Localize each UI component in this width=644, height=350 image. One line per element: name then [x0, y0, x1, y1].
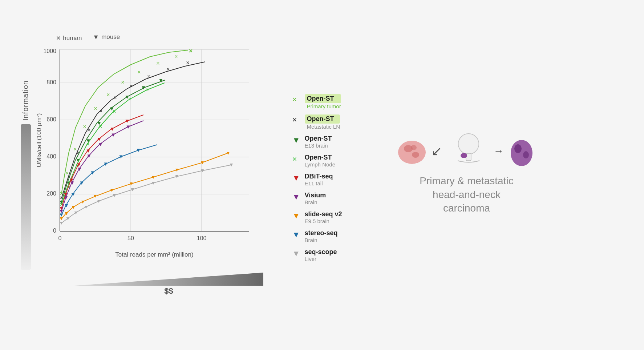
svg-text:×: × [106, 92, 110, 98]
info-bar: Information [21, 70, 31, 281]
svg-point-118 [523, 151, 529, 158]
svg-point-116 [511, 140, 532, 166]
svg-text:×: × [87, 127, 90, 133]
legend-openst-metastatic: × Open-ST Metastatic LN [292, 114, 387, 130]
svg-text:200: 200 [46, 190, 56, 197]
svg-text:▼: ▼ [71, 204, 76, 210]
legend-openst-lymph: × Open-ST Lymph Node [292, 154, 387, 168]
svg-text:×: × [94, 105, 97, 112]
openst-metastatic-name: Open-ST [305, 114, 340, 124]
arrow-curved: ↙ [431, 144, 442, 159]
slideseq-symbol: ▼ [292, 211, 303, 221]
svg-text:▼: ▼ [86, 153, 92, 159]
human-symbol: × [56, 33, 61, 43]
svg-text:×: × [147, 73, 150, 80]
seqscope-name: seq-scope [305, 248, 337, 256]
head-neck-organ [445, 135, 492, 168]
legend-seqscope: ▼ seq-scope Liver [292, 248, 387, 262]
svg-text:▼: ▼ [118, 153, 123, 160]
seqscope-sub: Liver [305, 256, 337, 262]
openst-primary-symbol: × [292, 95, 303, 104]
svg-text:▼: ▼ [65, 216, 70, 221]
svg-text:▼: ▼ [151, 180, 156, 186]
legend-openst-e13: ▼ Open-ST E13 brain [292, 135, 387, 149]
scatter-chart: 0 200 400 600 800 1000 0 50 100 UMIs/cel… [35, 46, 267, 271]
svg-text:×: × [99, 108, 102, 114]
svg-text:▼: ▼ [135, 147, 141, 153]
svg-text:▼: ▼ [63, 194, 69, 200]
svg-text:▼: ▼ [130, 186, 135, 192]
svg-text:400: 400 [46, 153, 56, 160]
title-line2: head-and-neck [420, 188, 513, 202]
svg-text:×: × [113, 108, 116, 114]
svg-text:▼: ▼ [64, 202, 69, 208]
svg-text:×: × [137, 69, 141, 75]
svg-text:×: × [83, 124, 86, 130]
svg-text:▼: ▼ [96, 198, 101, 204]
svg-text:▼: ▼ [98, 141, 103, 147]
stereoseq-name: stereo-seq [305, 229, 338, 237]
cost-label: $$ [164, 286, 173, 296]
legend-human: × human [56, 33, 82, 43]
svg-text:×: × [128, 96, 131, 102]
openst-lymph-sub: Lymph Node [305, 161, 336, 168]
metastatic-organ [505, 135, 538, 168]
svg-text:▼: ▼ [200, 160, 205, 165]
primary-tumor-organ [396, 135, 428, 168]
svg-text:100: 100 [197, 235, 206, 241]
svg-text:800: 800 [46, 79, 56, 85]
svg-text:▼: ▼ [73, 210, 78, 216]
svg-text:600: 600 [46, 116, 56, 122]
chart-area: × human ▼ mouse [35, 33, 282, 317]
visium-sub: Brain [305, 199, 326, 205]
svg-text:×: × [156, 60, 159, 67]
dbit-name: DBiT-seq [305, 173, 333, 180]
svg-text:▼: ▼ [110, 132, 116, 138]
svg-text:▼: ▼ [109, 126, 115, 132]
svg-point-113 [458, 134, 479, 154]
svg-text:▼: ▼ [77, 166, 82, 172]
chart-top-legend: × human ▼ mouse [35, 33, 282, 43]
svg-text:×: × [121, 79, 124, 85]
svg-text:▼: ▼ [70, 191, 76, 197]
mouse-symbol: ▼ [93, 33, 99, 41]
svg-text:×: × [174, 53, 178, 60]
svg-text:▼: ▼ [226, 150, 231, 156]
svg-text:▼: ▼ [58, 212, 64, 218]
svg-point-111 [411, 145, 417, 150]
svg-point-108 [398, 141, 426, 164]
svg-text:▼: ▼ [174, 167, 179, 173]
svg-text:×: × [145, 87, 149, 93]
slideseq-name: slide-seq v2 [305, 210, 342, 218]
seqscope-symbol: ▼ [292, 249, 303, 258]
openst-primary-name: Open-ST [305, 94, 341, 103]
svg-text:▼: ▼ [125, 124, 131, 130]
svg-text:×: × [129, 83, 133, 89]
visium-symbol: ▼ [292, 192, 303, 202]
dbit-symbol: ▼ [292, 173, 303, 183]
svg-text:0: 0 [53, 228, 56, 234]
title-line3: carcinoma [420, 201, 513, 215]
openst-lymph-name: Open-ST [305, 154, 336, 161]
svg-text:▼: ▼ [158, 77, 163, 83]
legend-slideseq: ▼ slide-seq v2 E9.5 brain [292, 210, 387, 224]
legend-panel: × Open-ST Primary tumor × Open-ST Metast… [292, 94, 387, 267]
title-line1: Primary & metastatic [420, 174, 513, 188]
svg-point-117 [514, 144, 522, 153]
svg-text:UMIs/cell (100 μm²): UMIs/cell (100 μm²) [36, 113, 42, 167]
svg-text:▼: ▼ [129, 181, 134, 186]
svg-text:▼: ▼ [200, 168, 205, 173]
svg-point-110 [412, 152, 419, 158]
legend-dbit: ▼ DBiT-seq E11 tail [292, 173, 387, 186]
cost-area: $$ [35, 273, 282, 296]
cost-arrow [74, 273, 263, 286]
legend-openst-primary: × Open-ST Primary tumor [292, 94, 387, 109]
legend-stereoseq: ▼ stereo-seq Brain [292, 229, 387, 243]
arrow-curved-2: → [494, 145, 504, 157]
svg-text:▼: ▼ [174, 173, 179, 179]
openst-lymph-symbol: × [292, 154, 303, 164]
legend-mouse: ▼ mouse [93, 33, 120, 41]
main-container: Information × human ▼ mouse [13, 12, 631, 339]
openst-metastatic-symbol: × [292, 115, 303, 125]
visium-name: Visium [305, 192, 326, 199]
